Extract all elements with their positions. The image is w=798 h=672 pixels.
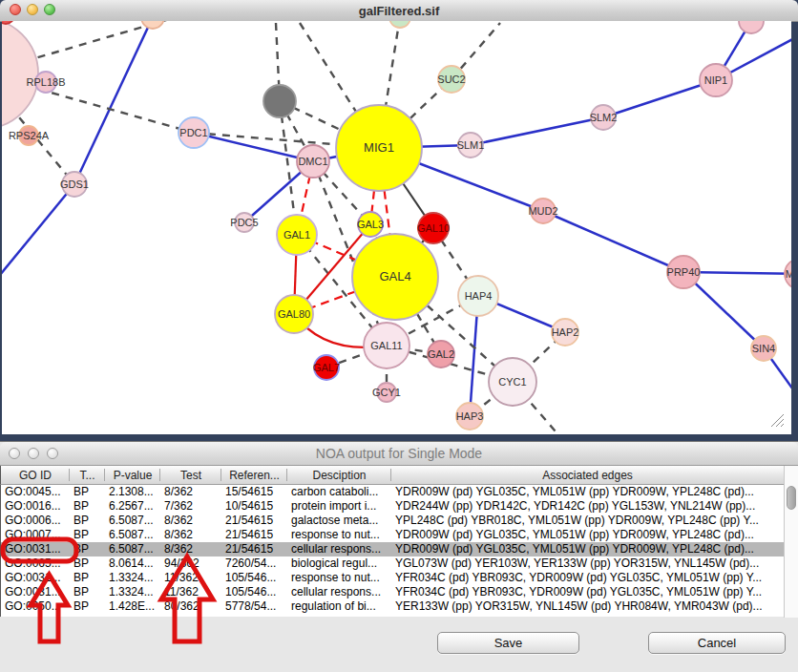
table-row[interactable]: GO:0016...BP6.2567...7/36210/54615protei… bbox=[1, 499, 784, 514]
cell-desc: protein import i... bbox=[287, 499, 391, 514]
network-node-bigleft[interactable] bbox=[2, 21, 38, 129]
table-row-selected[interactable]: GO:0031...BP6.5087...8/36221/54615cellul… bbox=[1, 542, 784, 556]
node-label: NIP1 bbox=[704, 74, 727, 86]
node-label: RPS24A bbox=[9, 130, 50, 141]
cell-go: GO:0006... bbox=[1, 514, 70, 528]
network-node-MSN5[interactable]: MSN5 bbox=[785, 259, 791, 289]
cell-test: 8/362 bbox=[160, 514, 221, 528]
network-window-titlebar[interactable]: galFiltered.sif bbox=[0, 0, 798, 22]
network-node-GAL10[interactable]: GAL10 bbox=[417, 213, 450, 243]
cell-type: BP bbox=[70, 556, 105, 571]
cell-desc: cellular respons... bbox=[287, 585, 391, 599]
node-label: MSN5 bbox=[786, 268, 791, 280]
cell-ref: 21/54615 bbox=[221, 514, 287, 528]
resize-grip-icon[interactable] bbox=[769, 412, 785, 428]
network-node-GDS1[interactable]: GDS1 bbox=[60, 172, 89, 197]
network-node-GAL3[interactable]: GAL3 bbox=[357, 212, 384, 237]
node-label: GAL2 bbox=[428, 348, 454, 360]
cell-ref: 5778/54... bbox=[221, 599, 287, 614]
cell-desc: galactose meta... bbox=[287, 514, 391, 528]
column-header-p-value[interactable]: P-value bbox=[105, 466, 160, 484]
network-node-SUC2[interactable]: SUC2 bbox=[437, 66, 465, 93]
network-node-topGreen[interactable] bbox=[389, 21, 410, 28]
close-button[interactable] bbox=[9, 448, 20, 459]
network-node-HAP2[interactable]: HAP2 bbox=[552, 319, 579, 346]
cell-desc: biological regul... bbox=[287, 556, 391, 571]
network-node-HAP3[interactable]: HAP3 bbox=[456, 403, 484, 430]
save-button[interactable]: Save bbox=[437, 632, 579, 654]
noa-window-titlebar[interactable]: NOA output for Single Mode bbox=[0, 442, 798, 466]
table-row[interactable]: GO:0006...BP6.5087...8/36221/54615galact… bbox=[1, 514, 784, 528]
cell-p: 6.2567... bbox=[105, 499, 160, 514]
cell-go: GO:0016... bbox=[1, 499, 70, 514]
table-row[interactable]: GO:0031...BP1.3324...11/362105/546...cel… bbox=[1, 585, 784, 599]
table-row[interactable]: GO:0007...BP6.5087...8/36221/54615respon… bbox=[1, 528, 784, 542]
node-label: GAL1 bbox=[284, 229, 310, 241]
cell-type: BP bbox=[70, 571, 105, 585]
cell-p: 6.5087... bbox=[105, 542, 160, 556]
network-node-SIN4[interactable]: SIN4 bbox=[751, 336, 776, 361]
node-label: PDC5 bbox=[230, 217, 258, 228]
node-label: HAP4 bbox=[465, 290, 493, 302]
network-node-HAP4[interactable]: HAP4 bbox=[458, 276, 498, 316]
table-row[interactable]: GO:0050...BP1.428E...80/3625778/54...reg… bbox=[1, 599, 784, 614]
edge-SLM2-NIP1 bbox=[603, 80, 716, 117]
network-node-GAL80[interactable]: GAL80 bbox=[275, 295, 313, 333]
zoom-button[interactable] bbox=[44, 4, 55, 15]
network-canvas[interactable]: RPL18BRPS24AGDS1PDC1DMC1MIG1SUC2SLM1SLM2… bbox=[2, 21, 791, 434]
table-row[interactable]: GO:0031...BP1.3324...11/362105/546...res… bbox=[1, 571, 784, 585]
network-node-topPeach[interactable] bbox=[141, 21, 164, 29]
network-node-graynode[interactable] bbox=[263, 85, 296, 117]
column-header-type[interactable]: T... bbox=[70, 466, 105, 484]
column-header-go-id[interactable]: GO ID bbox=[1, 466, 70, 484]
network-node-SLM1[interactable]: SLM1 bbox=[457, 133, 485, 158]
network-node-PRP40[interactable]: PRP40 bbox=[667, 256, 701, 288]
scrollbar-thumb[interactable] bbox=[787, 486, 796, 510]
node-label: GAL11 bbox=[370, 340, 402, 351]
cancel-button[interactable]: Cancel bbox=[648, 632, 786, 654]
network-node-CYC1[interactable]: CYC1 bbox=[489, 358, 536, 406]
column-header-test[interactable]: Test bbox=[160, 466, 221, 484]
network-node-GCY1[interactable]: GCY1 bbox=[372, 383, 401, 402]
cell-edges: YFR034C (pd) YBR093C, YDR009W (pd) YGL03… bbox=[391, 585, 784, 599]
minimize-button[interactable] bbox=[28, 448, 39, 459]
network-node-GAL2[interactable]: GAL2 bbox=[428, 341, 454, 368]
network-node-MIG1[interactable]: MIG1 bbox=[336, 105, 422, 191]
node-label: GDS1 bbox=[60, 178, 89, 190]
node-label: HAP3 bbox=[456, 410, 484, 422]
close-button[interactable] bbox=[10, 4, 21, 15]
network-node-NIP1[interactable]: NIP1 bbox=[700, 64, 732, 96]
node-label: HAP2 bbox=[552, 326, 579, 338]
column-header-associated-edges[interactable]: Associated edges bbox=[391, 466, 784, 484]
network-node-SLM2[interactable]: SLM2 bbox=[590, 105, 618, 130]
cell-p: 1.3324... bbox=[105, 585, 160, 599]
table-scrollbar[interactable] bbox=[784, 466, 798, 618]
table-row[interactable]: GO:0045...BP2.1308...8/36215/54615carbon… bbox=[1, 485, 784, 499]
network-node-PDC5[interactable]: PDC5 bbox=[230, 213, 258, 232]
zoom-button[interactable] bbox=[47, 448, 58, 459]
cell-go: GO:0050... bbox=[1, 599, 70, 614]
cell-test: 11/362 bbox=[160, 585, 221, 599]
cell-desc: response to nut... bbox=[287, 571, 391, 585]
network-node-RPS24A[interactable]: RPS24A bbox=[9, 126, 50, 145]
network-node-PDC1[interactable]: PDC1 bbox=[178, 117, 209, 148]
network-node-topredbit[interactable] bbox=[2, 21, 14, 24]
network-node-GAL4[interactable]: GAL4 bbox=[352, 234, 438, 320]
cell-edges: YDR244W (pp) YDR142C, YDR142C (pp) YGL15… bbox=[391, 499, 784, 514]
cell-go: GO:0031... bbox=[1, 585, 70, 599]
column-header-reference[interactable]: Referen... bbox=[221, 466, 287, 484]
network-node-DMC1[interactable]: DMC1 bbox=[297, 145, 329, 178]
cell-go: GO:0007... bbox=[1, 528, 70, 542]
minimize-button[interactable] bbox=[27, 4, 38, 15]
table-row[interactable]: GO:0065...BP8.0614...94/3627260/54...bio… bbox=[1, 556, 784, 571]
table-header: GO ID T... P-value Test Referen... Desci… bbox=[0, 466, 784, 485]
column-header-description[interactable]: Desciption bbox=[287, 466, 391, 484]
network-node-GAL7[interactable]: GAL7 bbox=[313, 355, 340, 380]
network-node-topRpink[interactable] bbox=[739, 21, 764, 33]
network-node-GAL1[interactable]: GAL1 bbox=[277, 215, 317, 255]
network-node-GAL11[interactable]: GAL11 bbox=[364, 323, 410, 368]
node-label: SLM2 bbox=[590, 112, 618, 123]
network-node-MUD2[interactable]: MUD2 bbox=[528, 199, 557, 223]
cell-desc: response to nut... bbox=[287, 528, 391, 542]
node-label: CYC1 bbox=[498, 376, 526, 388]
